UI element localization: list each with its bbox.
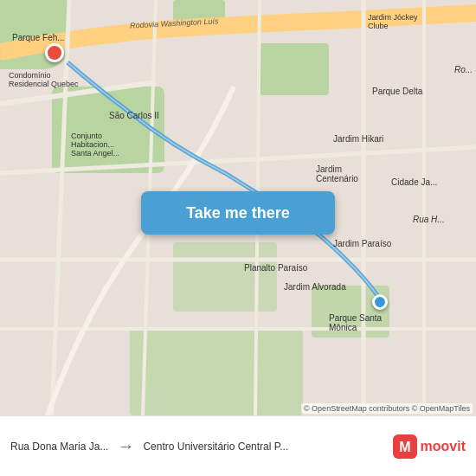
route-info: Rua Dona Maria Ja... → Centro Universitá… — [10, 436, 393, 456]
green-area-7 — [312, 286, 389, 338]
moovit-icon: M — [393, 434, 417, 459]
svg-text:M: M — [399, 440, 410, 454]
green-area-4 — [260, 43, 329, 95]
green-area-2 — [52, 87, 164, 173]
green-area-5 — [173, 242, 277, 312]
map-container: Parque Feh... Rodovia Washington Luís Ja… — [0, 0, 476, 415]
green-area-6 — [130, 329, 303, 415]
bottom-bar: Rua Dona Maria Ja... → Centro Universitá… — [0, 415, 476, 476]
end-marker — [372, 294, 388, 310]
start-marker — [45, 43, 64, 62]
green-area-3 — [173, 0, 225, 26]
route-to: Centro Universitário Central P... — [143, 441, 288, 453]
map-attribution: © OpenStreetMap contributors © OpenMapTi… — [301, 403, 473, 414]
to-label: Centro Universitário Central P... — [143, 441, 288, 453]
moovit-text: moovit — [421, 439, 466, 454]
route-arrow: → — [117, 436, 134, 456]
take-me-there-button[interactable]: Take me there — [141, 191, 335, 235]
from-label: Rua Dona Maria Ja... — [10, 441, 108, 453]
route-from: Rua Dona Maria Ja... — [10, 441, 108, 453]
moovit-logo: M moovit — [393, 434, 466, 459]
